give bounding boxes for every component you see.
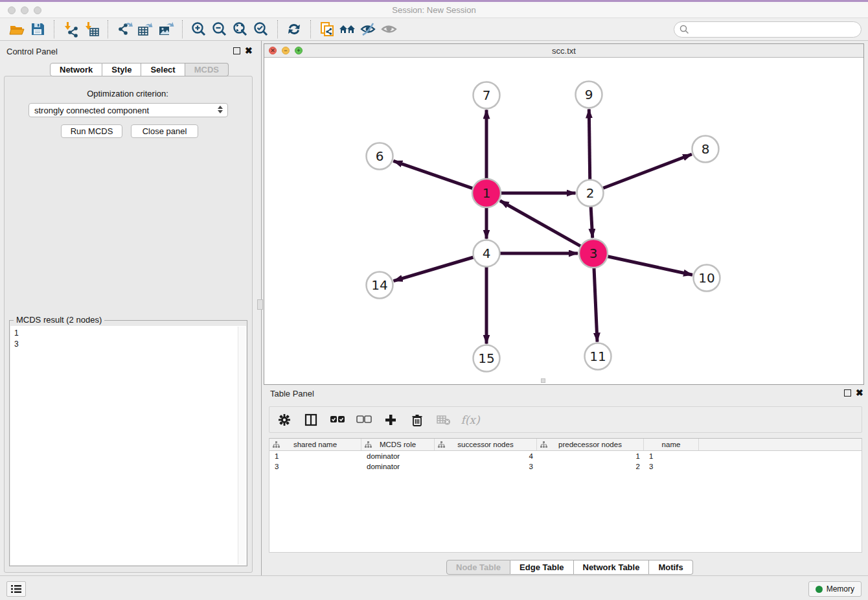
export-image-icon[interactable] bbox=[155, 19, 176, 39]
graph-node-10[interactable]: 10 bbox=[694, 265, 720, 292]
graph-node-11[interactable]: 11 bbox=[585, 343, 611, 370]
first-neighbors-icon[interactable] bbox=[337, 19, 358, 39]
table-row[interactable]: 3dominator323 bbox=[269, 461, 862, 472]
control-panel-tabs: NetworkStyleSelectMCDS bbox=[50, 63, 229, 76]
network-resize-grip[interactable] bbox=[541, 378, 545, 383]
import-network-icon[interactable] bbox=[60, 19, 81, 39]
network-graph[interactable]: 7968124314101511 bbox=[264, 58, 863, 384]
table-header-row[interactable]: shared nameMCDS rolesuccessor nodesprede… bbox=[269, 439, 862, 451]
table-panel-header: Table Panel ✖ bbox=[264, 387, 868, 400]
tab-mcds[interactable]: MCDS bbox=[185, 63, 229, 76]
graph-node-15[interactable]: 15 bbox=[474, 345, 500, 372]
deselect-all-icon[interactable] bbox=[356, 411, 372, 428]
zoom-in-icon[interactable] bbox=[188, 19, 209, 39]
graph-edge-4-14[interactable] bbox=[394, 257, 476, 281]
zoom-selected-icon[interactable] bbox=[251, 19, 271, 39]
apply-layout-icon[interactable] bbox=[284, 19, 304, 39]
network-canvas[interactable]: 7968124314101511 bbox=[264, 58, 863, 384]
close-table-panel-icon[interactable]: ✖ bbox=[856, 387, 863, 398]
close-panel-icon[interactable]: ✖ bbox=[245, 45, 253, 56]
apply-function-icon[interactable]: f(x) bbox=[462, 411, 479, 428]
graph-node-label: 11 bbox=[589, 349, 606, 364]
float-table-panel-icon[interactable] bbox=[844, 389, 851, 397]
optimization-criterion-select[interactable]: strongly connected component bbox=[29, 103, 228, 117]
graph-node-9[interactable]: 9 bbox=[576, 82, 602, 108]
mcds-result-group: MCDS result (2 nodes) 1 3 bbox=[9, 320, 247, 566]
table-toolbar: f(x) bbox=[269, 406, 862, 433]
toolbar-separator bbox=[108, 20, 108, 38]
show-all-icon[interactable] bbox=[379, 19, 400, 39]
panel-divider-grip[interactable] bbox=[257, 299, 263, 310]
tab-edge-table[interactable]: Edge Table bbox=[510, 560, 573, 575]
tab-network[interactable]: Network bbox=[50, 63, 102, 76]
mcds-result-list[interactable]: 1 3 bbox=[10, 326, 246, 565]
close-panel-button[interactable]: Close panel bbox=[131, 124, 198, 138]
toolbar-separator bbox=[277, 20, 278, 38]
graph-edge-3-1[interactable] bbox=[500, 201, 583, 248]
column-header-successor-nodes[interactable]: successor nodes bbox=[435, 439, 537, 450]
graph-node-6[interactable]: 6 bbox=[367, 143, 393, 170]
mcds-result-title: MCDS result (2 nodes) bbox=[14, 315, 104, 325]
delete-row-icon[interactable] bbox=[409, 411, 426, 428]
network-window-titlebar[interactable]: ✕ − + scc.txt bbox=[264, 44, 863, 58]
graph-node-label: 4 bbox=[483, 246, 491, 261]
graph-node-14[interactable]: 14 bbox=[367, 272, 393, 299]
zoom-out-icon[interactable] bbox=[209, 19, 230, 39]
optimization-criterion-value: strongly connected component bbox=[34, 106, 149, 115]
hide-selected-icon[interactable] bbox=[358, 19, 379, 39]
graph-node-label: 14 bbox=[371, 277, 387, 293]
import-table-icon[interactable] bbox=[81, 19, 102, 39]
column-header-predecessor-nodes[interactable]: predecessor nodes bbox=[537, 439, 644, 450]
graph-edge-2-9[interactable] bbox=[589, 109, 589, 181]
select-all-icon[interactable] bbox=[329, 411, 346, 428]
export-table-icon[interactable] bbox=[135, 19, 155, 39]
graph-edge-2-3[interactable] bbox=[591, 204, 593, 238]
graph-node-7[interactable]: 7 bbox=[474, 82, 500, 109]
table-row[interactable]: 1dominator411 bbox=[269, 451, 862, 461]
task-history-button[interactable] bbox=[6, 581, 26, 597]
graph-edge-3-10[interactable] bbox=[606, 256, 692, 275]
tab-node-table[interactable]: Node Table bbox=[446, 560, 510, 575]
column-header-shared-name[interactable]: shared name bbox=[269, 439, 361, 450]
tab-motifs[interactable]: Motifs bbox=[649, 560, 692, 575]
toolbar-separator bbox=[310, 20, 311, 38]
fit-content-icon[interactable] bbox=[230, 19, 251, 39]
graph-node-label: 7 bbox=[483, 87, 491, 103]
memory-label: Memory bbox=[827, 584, 854, 594]
toolbar-separator bbox=[182, 20, 183, 38]
export-network-icon[interactable] bbox=[114, 19, 135, 39]
column-header-MCDS-role[interactable]: MCDS role bbox=[361, 439, 435, 450]
node-table[interactable]: shared nameMCDS rolesuccessor nodesprede… bbox=[269, 438, 862, 553]
delete-table-icon[interactable] bbox=[435, 411, 452, 428]
status-bar: Memory bbox=[0, 575, 868, 600]
memory-button[interactable]: Memory bbox=[808, 581, 862, 597]
graph-node-4[interactable]: 4 bbox=[474, 240, 500, 267]
graph-edge-1-6[interactable] bbox=[393, 161, 475, 189]
table-cell: 3 bbox=[269, 463, 361, 470]
graph-edge-3-11[interactable] bbox=[594, 266, 597, 342]
float-panel-icon[interactable] bbox=[233, 47, 240, 54]
run-mcds-button[interactable]: Run MCDS bbox=[61, 124, 122, 138]
search-input[interactable] bbox=[674, 21, 862, 38]
graph-node-1[interactable]: 1 bbox=[472, 179, 501, 207]
tab-style[interactable]: Style bbox=[102, 63, 141, 76]
table-cell: 1 bbox=[537, 452, 644, 460]
add-row-icon[interactable] bbox=[382, 411, 399, 428]
list-icon bbox=[10, 584, 22, 594]
save-session-icon[interactable] bbox=[27, 19, 48, 39]
result-scrollbar[interactable] bbox=[238, 327, 246, 564]
show-columns-icon[interactable] bbox=[303, 411, 319, 428]
tab-select[interactable]: Select bbox=[141, 63, 185, 76]
duplicate-network-icon[interactable] bbox=[317, 19, 337, 39]
table-cell: 1 bbox=[644, 452, 699, 460]
tab-network-table[interactable]: Network Table bbox=[574, 560, 650, 575]
graph-node-2[interactable]: 2 bbox=[577, 180, 604, 207]
open-session-icon[interactable] bbox=[6, 19, 27, 39]
table-settings-icon[interactable] bbox=[276, 411, 293, 428]
graph-edge-2-8[interactable] bbox=[600, 154, 692, 189]
graph-node-8[interactable]: 8 bbox=[692, 136, 719, 163]
app-titlebar: Session: New Session bbox=[0, 2, 868, 18]
graph-node-3[interactable]: 3 bbox=[579, 239, 608, 268]
column-header-name[interactable]: name bbox=[644, 439, 699, 450]
network-view-window: ✕ − + scc.txt 7968124314101511 bbox=[264, 43, 864, 385]
